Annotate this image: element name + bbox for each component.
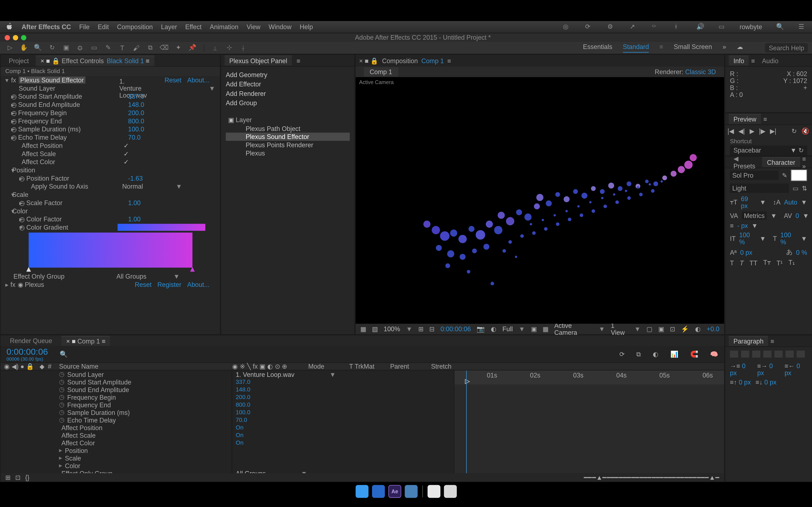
search-help-input[interactable]: Search Help	[765, 43, 808, 52]
justify-right-icon[interactable]	[785, 351, 794, 358]
guides-icon[interactable]: ▦	[543, 325, 549, 333]
timeline-prop-row[interactable]: ◷Sample Duration (ms)	[1, 408, 232, 416]
stopwatch-icon[interactable]: ◷	[11, 101, 17, 108]
channel-icon[interactable]: ◐	[491, 325, 497, 333]
add-group-link[interactable]: Add Group	[226, 98, 350, 108]
motion-blur-icon[interactable]: ◐	[653, 350, 659, 358]
timeline-prop-value[interactable]: 100.0	[232, 408, 454, 416]
dock-ae-icon[interactable]: Ae	[389, 485, 401, 498]
composition-viewer[interactable]: Active Camera	[356, 77, 724, 324]
italic-icon[interactable]: T	[740, 259, 744, 266]
gradient-stop[interactable]	[190, 267, 195, 272]
stopwatch-icon[interactable]: ◷	[11, 133, 17, 141]
menu-composition[interactable]: Composition	[117, 23, 153, 31]
timeline-prop-row[interactable]: ◷Sound End Amplitude	[1, 386, 232, 393]
menu-effect[interactable]: Effect	[185, 23, 202, 31]
timeline-prop-row[interactable]: ◷Sound Start Amplitude	[1, 378, 232, 386]
timeline-prop-value[interactable]	[232, 446, 454, 454]
status-icon[interactable]: ⚙	[607, 23, 616, 31]
dock-folder-icon[interactable]	[427, 485, 441, 498]
status-icon[interactable]: ⟳	[585, 23, 593, 31]
loop-icon[interactable]: ↻	[792, 127, 797, 135]
tree-node[interactable]: Plexus Points Renderer	[226, 141, 350, 149]
val-etd[interactable]: 70.0	[128, 134, 141, 141]
val-sea[interactable]: 148.0	[128, 101, 144, 108]
rotate-tool-icon[interactable]: ↻	[47, 43, 57, 52]
align-left-icon[interactable]	[730, 351, 738, 358]
px0a[interactable]: 0 px	[740, 249, 752, 256]
dock-app-icon[interactable]	[356, 485, 368, 498]
tab-effect-controls[interactable]: × ■ 🔒 Effect Controls Black Solid 1 ≡	[36, 55, 154, 66]
stopwatch-icon[interactable]: ◷	[19, 224, 25, 231]
fill-swatch[interactable]	[791, 169, 807, 181]
timeline-prop-value[interactable]: 800.0	[232, 401, 454, 408]
prev-frame-icon[interactable]: ◀|	[739, 127, 745, 135]
res-icon[interactable]: ⊞	[418, 325, 423, 333]
timeline-icon[interactable]: ⊡	[670, 325, 675, 333]
gradient-stop[interactable]	[26, 267, 31, 272]
menu-animation[interactable]: Animation	[210, 23, 238, 31]
col-trkmat[interactable]: T TrkMat	[349, 363, 390, 370]
superscript-icon[interactable]: T¹	[776, 259, 782, 266]
tab-render-queue[interactable]: Render Queue	[5, 336, 57, 345]
effect-name[interactable]: Plexus Sound Effector	[18, 76, 86, 83]
status-icon[interactable]: ◎	[563, 23, 571, 31]
val-sd[interactable]: 100.0	[128, 126, 144, 133]
gradient-preview[interactable]	[117, 224, 205, 230]
timeline-prop-value[interactable]: 337.0	[232, 378, 454, 386]
time-ruler[interactable]: 01s 02s 03s 04s 05s 06s ▷	[454, 371, 724, 385]
graph-icon[interactable]: 📊	[670, 350, 678, 358]
leading-value[interactable]: Auto	[784, 199, 798, 206]
fast-icon[interactable]: ▣	[658, 325, 664, 333]
minimize-icon[interactable]	[13, 35, 18, 40]
smallcaps-icon[interactable]: Tᴛ	[763, 259, 770, 266]
timeline-prop-value[interactable]: On	[232, 424, 454, 431]
zoom-dropdown[interactable]: 100%	[384, 326, 400, 333]
swap-icon[interactable]: ⇅	[802, 184, 807, 192]
timeline-prop-value[interactable]: 200.0	[232, 393, 454, 401]
add-renderer-link[interactable]: Add Renderer	[226, 89, 350, 98]
spotlight-icon[interactable]: 🔍	[776, 23, 784, 31]
zoom-slider[interactable]: ━━━▲━━━━━━━━━━━━━━━━━━━━━━━━━━▲━	[584, 473, 719, 481]
val-sf[interactable]: 1.00	[128, 199, 141, 206]
status-user[interactable]: rowbyte	[740, 23, 762, 31]
tree-node[interactable]: Plexus Path Object	[226, 124, 350, 133]
col-parent[interactable]: Parent	[390, 363, 431, 370]
search-icon[interactable]: 🔍	[60, 350, 68, 358]
exposure-value[interactable]: +0.0	[707, 326, 719, 333]
toggle-switches-icon[interactable]: ⊞	[5, 473, 11, 481]
about-link[interactable]: About...	[187, 281, 209, 288]
apple-icon[interactable]	[6, 22, 13, 31]
comp-name[interactable]: Comp 1	[421, 57, 444, 64]
stopwatch-icon[interactable]: ◷	[19, 174, 25, 182]
renderer-value[interactable]: Classic 3D	[685, 68, 716, 75]
weight-dropdown[interactable]: Light	[730, 183, 789, 193]
render-icon[interactable]: ⚡	[681, 325, 689, 333]
dock-app-icon[interactable]	[372, 485, 385, 498]
align-center-icon[interactable]	[741, 351, 749, 358]
tab-audio[interactable]: Audio	[757, 56, 783, 65]
stopwatch-icon[interactable]: ◷	[11, 117, 17, 125]
eye-icon[interactable]: ◉	[18, 281, 24, 288]
overflow-icon[interactable]: »	[722, 43, 726, 52]
sync-icon[interactable]: ☁	[737, 43, 743, 52]
stopwatch-icon[interactable]: ◷	[11, 93, 17, 100]
region-icon[interactable]: ▣	[531, 325, 537, 333]
asa-dropdown[interactable]: Normal▼	[122, 183, 182, 190]
menu-help[interactable]: Help	[300, 23, 313, 31]
val-pf[interactable]: -1.63	[128, 175, 143, 182]
brush-tool-icon[interactable]: 🖌	[131, 43, 142, 52]
pen-tool-icon[interactable]: ✎	[103, 43, 113, 52]
roto-tool-icon[interactable]: ✦	[173, 43, 184, 52]
menu-icon[interactable]: ☰	[799, 23, 807, 31]
mute-icon[interactable]: 🔇	[801, 127, 810, 135]
menu-file[interactable]: File	[79, 23, 90, 31]
current-timecode[interactable]: 0:00:00:06	[6, 346, 48, 356]
res-icon[interactable]: ⊟	[429, 325, 435, 333]
timeline-track[interactable]: 01s 02s 03s 04s 05s 06s ▷	[454, 371, 724, 473]
timeline-prop-row[interactable]: Effect Only Group	[1, 469, 232, 473]
exposure-icon[interactable]: ◐	[695, 325, 701, 333]
resolution-dropdown[interactable]: Full	[502, 326, 513, 333]
snapshot-icon[interactable]: 📷	[476, 325, 485, 333]
val-fe[interactable]: 800.0	[128, 117, 144, 124]
